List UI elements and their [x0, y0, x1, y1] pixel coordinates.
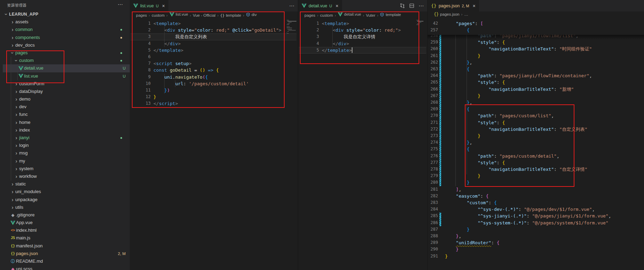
tree-folder-home[interactable]: ›home — [3, 119, 130, 126]
tree-folder-pages[interactable]: ›pages — [3, 49, 130, 57]
code-line-289: 289"uniIdRouter": { — [428, 239, 644, 246]
tree-file-.gitignore[interactable]: ◆.gitignore — [3, 211, 130, 219]
tree-folder-customForm[interactable]: ›customForm — [3, 80, 130, 88]
code-line-text: } — [467, 179, 470, 186]
line-number: 291 — [428, 253, 438, 260]
code-line-text: "^sys-jianyi-(.*)": "@/pages/jianyi/$1/f… — [478, 213, 611, 219]
tree-folder-my[interactable]: ›my — [3, 157, 130, 165]
tree-file-main.js[interactable]: JSmain.js — [3, 234, 130, 242]
tree-folder-jianyi[interactable]: ›jianyi — [3, 134, 130, 142]
tree-folder-dataDisplay[interactable]: ›dataDisplay — [3, 88, 130, 95]
tree-folder-demo[interactable]: ›demo — [3, 95, 130, 103]
breadcrumb-item[interactable]: div — [246, 12, 257, 18]
minimap[interactable] — [416, 20, 426, 41]
git-status-badge: 2, M — [118, 250, 126, 257]
code-line-text: } — [478, 53, 480, 59]
chevron-icon: › — [10, 196, 15, 204]
line-number: 265 — [428, 79, 438, 86]
code-line-text: }, — [467, 139, 472, 146]
chevron-icon: › — [14, 80, 19, 88]
tree-folder-custom[interactable]: ›custom — [3, 57, 130, 64]
chevron-icon: › — [10, 34, 15, 41]
close-icon[interactable]: × — [473, 3, 476, 9]
tree-folder-func[interactable]: ›func — [3, 111, 130, 118]
tree-folder-dev[interactable]: ›dev — [3, 103, 130, 111]
line-number: 281 — [428, 186, 438, 193]
more-icon[interactable]: ⋯ — [289, 3, 294, 9]
vue-icon — [302, 3, 307, 8]
tree-folder-uni_modules[interactable]: ›uni_modules — [3, 188, 130, 196]
code-editor[interactable]: 1<template>2<div style="color: red;" @cl… — [130, 17, 298, 270]
tree-file-README.md[interactable]: ⓘREADME.md — [3, 257, 130, 265]
tab-bar: list.vueU×⋯ — [130, 0, 298, 11]
tab-pages.json[interactable]: {}pages.json2, M× — [428, 0, 479, 11]
tree-folder-unpackage[interactable]: ›unpackage — [3, 196, 130, 204]
code-line-6: 6 — [130, 54, 298, 60]
tree-file-detail.vue[interactable]: detail.vueU — [3, 64, 130, 72]
breadcrumb-item[interactable]: template — [380, 12, 401, 18]
breadcrumb-item[interactable]: list.vue — [169, 11, 188, 17]
code-line-285: 285"^sys-jianyi-(.*)": "@/pages/jianyi/$… — [428, 213, 644, 219]
tree-file-list.vue[interactable]: list.vueU — [3, 72, 130, 80]
split-icon[interactable] — [409, 3, 414, 8]
code-editor[interactable]: 1<template>2<div style="color: red;">3我是… — [298, 17, 427, 270]
code-line-text: const goDetail = () => { — [153, 67, 219, 73]
breadcrumb-item[interactable]: {}pages.json — [434, 11, 459, 17]
tab-list.vue[interactable]: list.vueU× — [130, 0, 168, 11]
tree-folder-workflow[interactable]: ›workflow — [3, 173, 130, 180]
tree-folder-login[interactable]: ›login — [3, 142, 130, 149]
line-number: 284 — [428, 206, 438, 213]
vscode-window: 资源管理器 ⋯ ›LEARUN_APP›assets›common›compon… — [0, 0, 644, 270]
tree-folder-components[interactable]: ›components — [3, 34, 130, 41]
line-number: 1 — [130, 20, 151, 27]
line-number: 275 — [428, 146, 438, 152]
line-number: 278 — [428, 166, 438, 173]
line-number: 262 — [428, 59, 438, 66]
code-line-1: 1<template> — [130, 20, 298, 27]
tree-folder-system[interactable]: ›system — [3, 165, 130, 173]
explorer-more-actions-icon[interactable]: ⋯ — [118, 1, 123, 8]
code-line-262: 262}, — [428, 59, 644, 66]
breadcrumb-item[interactable]: detail.vue — [338, 11, 361, 17]
compare-icon[interactable] — [400, 3, 405, 8]
line-number: 290 — [428, 246, 438, 253]
tree-file-manifest.json[interactable]: {}manifest.json — [3, 242, 130, 250]
tree-folder-index[interactable]: ›index — [3, 126, 130, 134]
more-icon[interactable]: ⋯ — [419, 3, 424, 9]
line-number: 260 — [428, 46, 438, 52]
code-line-text: "navigationBarTitleText": "自定义详情" — [488, 166, 587, 173]
tree-folder-utils[interactable]: ›utils — [3, 204, 130, 211]
tree-folder-common[interactable]: ›common — [3, 26, 130, 33]
tree-file-uni.scss[interactable]: ◆uni.scss — [3, 265, 130, 270]
code-line-7: 7<script setup> — [130, 60, 298, 67]
breadcrumb-item[interactable]: … — [464, 11, 468, 17]
code-line-4: 4</div> — [298, 40, 427, 47]
code-editor[interactable]: 258"path": "pages/jianyi/flowTime/list",… — [428, 17, 644, 270]
close-icon[interactable]: × — [335, 3, 338, 9]
code-line-3: 3我是自定义详情 — [298, 33, 427, 40]
sticky-line-257: 257{ — [428, 27, 644, 33]
code-line-text: 我是自定义列表 — [175, 33, 207, 40]
tree-folder-static[interactable]: ›static — [3, 180, 130, 188]
sticky-scroll[interactable]: 42"pages": [257{ — [428, 17, 644, 35]
file-tree[interactable]: ›LEARUN_APP›assets›common›components›dev… — [3, 10, 130, 270]
line-number: 259 — [428, 39, 438, 46]
chevron-icon: › — [14, 142, 19, 149]
git-status-dot — [120, 37, 122, 39]
minimap[interactable] — [287, 20, 296, 41]
code-line-text: ], — [456, 186, 461, 193]
tree-file-pages.json[interactable]: {}pages.json2, M — [3, 250, 130, 257]
tree-folder-dev_docs[interactable]: ›dev_docs — [3, 41, 130, 49]
braces-y-icon: {} — [434, 11, 439, 17]
code-line-261: 261} — [428, 53, 644, 59]
line-number: 261 — [428, 53, 438, 59]
close-icon[interactable]: × — [162, 3, 165, 9]
tree-file-App.vue[interactable]: App.vue — [3, 219, 130, 227]
chevron-icon: › — [14, 173, 19, 180]
tree-folder-msg[interactable]: ›msg — [3, 149, 130, 157]
tree-file-index.html[interactable]: <>index.html — [3, 227, 130, 234]
tree-folder-LEARUN_APP[interactable]: ›LEARUN_APP — [3, 10, 130, 18]
code-line-text: } — [153, 94, 156, 100]
tree-folder-assets[interactable]: ›assets — [3, 18, 130, 26]
tab-detail.vue[interactable]: detail.vueU× — [298, 0, 342, 11]
